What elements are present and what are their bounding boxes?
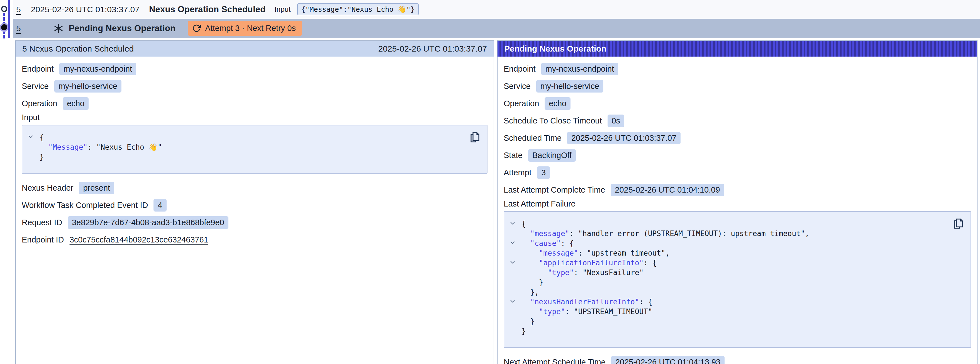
chevron-down-icon[interactable]	[28, 135, 33, 139]
right-panel-body: Endpoint my-nexus-endpoint Service my-he…	[498, 57, 977, 364]
json-line: }	[504, 317, 945, 326]
field-value-chip: 3	[537, 166, 550, 179]
field-operation: Operation echo	[504, 95, 971, 112]
field-label: Last Attempt Complete Time	[504, 185, 605, 195]
json-key: "type"	[522, 307, 565, 316]
field-schedule-to-close-timeout: Schedule To Close Timeout 0s	[504, 112, 971, 129]
field-label: Endpoint ID	[22, 235, 64, 244]
chevron-down-icon[interactable]	[510, 241, 515, 244]
json-punct: : {	[643, 259, 657, 267]
json-punct: ,	[665, 249, 670, 257]
field-label: Scheduled Time	[504, 134, 562, 143]
input-section-label: Input	[22, 112, 487, 124]
event-row-nexus-operation-scheduled[interactable]: 5 2025-02-26 UTC 01:03:37.07 Nexus Opera…	[13, 0, 980, 19]
field-label: State	[504, 151, 523, 160]
json-line: "Message": "Nexus Echo 👋"	[22, 142, 462, 152]
field-value-chip: echo	[63, 97, 89, 110]
field-next-attempt-schedule-time: Next Attempt Schedule Time 2025-02-26 UT…	[504, 353, 971, 364]
json-line: "message": "upstream timeout",	[504, 248, 945, 258]
field-value-chip: my-nexus-endpoint	[541, 63, 619, 75]
field-value-chip: 0s	[608, 115, 625, 127]
json-string: "upstream timeout"	[587, 249, 665, 257]
field-value-chip: BackingOff	[528, 149, 576, 162]
json-punct: },	[522, 288, 539, 296]
json-line: "applicationFailureInfo": {	[504, 258, 945, 268]
json-key: "Message"	[40, 143, 88, 151]
json-key: "cause"	[522, 239, 561, 247]
field-label: Operation	[504, 99, 539, 108]
json-line: },	[504, 287, 945, 297]
copy-icon[interactable]	[469, 131, 480, 143]
chevron-down-icon[interactable]	[510, 260, 515, 264]
panel-nexus-operation-scheduled: 5 Nexus Operation Scheduled 2025-02-26 U…	[15, 40, 494, 364]
filled-circle-marker-icon	[1, 24, 7, 30]
json-key: "message"	[522, 229, 570, 238]
left-panel-title: 5 Nexus Operation Scheduled	[22, 44, 134, 54]
pending-asterisk-icon	[54, 24, 63, 33]
json-punct: : {	[561, 239, 574, 247]
json-string: "Nexus Echo 👋"	[96, 143, 162, 151]
field-scheduled-time: Scheduled Time 2025-02-26 UTC 01:03:37.0…	[504, 129, 971, 147]
field-request-id: Request ID 3e829b7e-7d67-4b08-aad3-b1e86…	[22, 214, 487, 231]
chevron-down-icon[interactable]	[510, 300, 515, 303]
json-punct: {	[40, 133, 44, 142]
event-input-payload-chip[interactable]: {"Message":"Nexus Echo 👋"}	[297, 3, 418, 15]
json-punct: :	[574, 268, 582, 277]
retry-badge-label: Attempt 3 · Next Retry 0s	[205, 24, 296, 33]
json-punct: :	[578, 249, 587, 257]
json-string: "UPSTREAM_TIMEOUT"	[574, 307, 652, 316]
left-panel-timestamp: 2025-02-26 UTC 01:03:37.07	[378, 44, 487, 54]
left-panel-header: 5 Nexus Operation Scheduled 2025-02-26 U…	[16, 41, 494, 57]
json-punct: :	[570, 229, 578, 238]
selected-event-indicator-bar	[8, 0, 10, 38]
json-punct: ,	[805, 229, 809, 238]
json-punct: : {	[639, 298, 652, 306]
json-line: {	[22, 133, 462, 142]
field-value-chip: 3e829b7e-7d67-4b08-aad3-b1e868bfe9e0	[68, 216, 228, 229]
chevron-down-icon[interactable]	[510, 222, 515, 225]
field-service: Service my-hello-service	[504, 77, 971, 95]
json-line: {	[504, 219, 945, 229]
event-row-pending-nexus-operation[interactable]: 5 Pending Nexus Operation Attempt 3 · Ne…	[13, 19, 980, 38]
field-nexus-header: Nexus Header present	[22, 179, 487, 196]
endpoint-id-link[interactable]: 3c0c75ccfa8144b092c13ce632463761	[70, 235, 208, 244]
field-label: Attempt	[504, 168, 531, 177]
event-input-label: Input	[274, 5, 291, 14]
field-endpoint-id: Endpoint ID 3c0c75ccfa8144b092c13ce63246…	[22, 231, 487, 248]
field-workflow-task-completed-event-id: Workflow Task Completed Event ID 4	[22, 196, 487, 214]
field-value-chip: 2025-02-26 UTC 01:04:10.09	[611, 184, 724, 196]
json-line: "type": "UPSTREAM_TIMEOUT"	[504, 307, 945, 317]
field-value-chip: my-hello-service	[54, 80, 121, 93]
field-label: Endpoint	[22, 64, 54, 73]
json-content: { "Message": "Nexus Echo 👋"}	[22, 133, 462, 162]
json-punct: }	[522, 317, 535, 326]
json-key: "type"	[522, 268, 574, 277]
json-line: }	[22, 152, 462, 162]
event-timestamp: 2025-02-26 UTC 01:03:37.07	[31, 5, 140, 14]
panel-pending-nexus-operation: Pending Nexus Operation Endpoint my-nexu…	[497, 40, 977, 364]
field-last-attempt-complete-time: Last Attempt Complete Time 2025-02-26 UT…	[504, 181, 971, 198]
json-punct: {	[522, 220, 526, 228]
json-line: "type": "NexusFailure"	[504, 268, 945, 278]
field-value-chip: present	[79, 182, 114, 194]
field-value-chip: echo	[545, 97, 571, 110]
event-id-link[interactable]: 5	[16, 24, 21, 33]
field-value-chip: 2025-02-26 UTC 01:04:13.93	[611, 356, 725, 364]
json-punct: }	[40, 153, 44, 161]
right-panel-title: Pending Nexus Operation	[504, 44, 606, 54]
failure-json-block: { "message": "handler error (UPSTREAM_TI…	[504, 211, 971, 348]
field-operation: Operation echo	[22, 95, 487, 112]
field-label: Endpoint	[504, 64, 536, 73]
field-endpoint: Endpoint my-nexus-endpoint	[22, 60, 487, 77]
event-id-link[interactable]: 5	[16, 5, 21, 14]
json-line: "nexusHandlerFailureInfo": {	[504, 297, 945, 307]
field-label: Schedule To Close Timeout	[504, 116, 602, 125]
json-line: }	[504, 278, 945, 287]
copy-icon[interactable]	[953, 217, 964, 230]
json-punct: }	[522, 327, 526, 335]
json-punct: :	[88, 143, 96, 151]
field-value-chip: 2025-02-26 UTC 01:03:37.07	[567, 132, 681, 144]
field-label: Workflow Task Completed Event ID	[22, 201, 148, 210]
field-value-chip: 4	[153, 199, 166, 212]
json-string: "NexusFailure"	[582, 268, 643, 277]
